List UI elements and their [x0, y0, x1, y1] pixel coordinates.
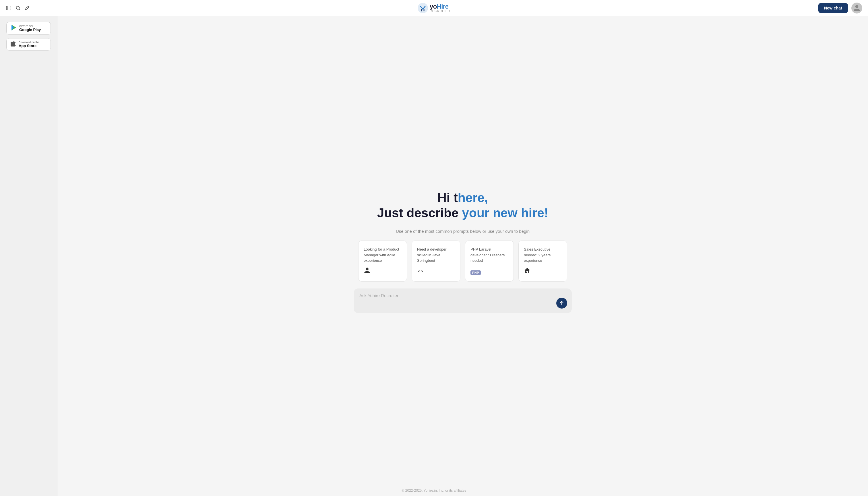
svg-point-2 [16, 6, 19, 9]
chat-input-area [354, 289, 572, 313]
subtitle: Use one of the most common prompts below… [396, 229, 530, 234]
sidebar: GET IT ON Google Play Download on the Ap… [0, 16, 58, 496]
content-wrap: GET IT ON Google Play Download on the Ap… [0, 16, 868, 496]
main-inner: Hi there, Just describe your new hire! U… [354, 190, 572, 313]
svg-rect-12 [528, 271, 528, 272]
topnav-left [6, 5, 63, 11]
prompt-cards: Looking for a Product Manager with Agile… [354, 241, 572, 282]
logo-name: yoHire [430, 3, 450, 10]
svg-line-3 [19, 9, 20, 10]
topnav-right: New chat [818, 3, 862, 14]
svg-rect-11 [526, 271, 527, 272]
compose-icon[interactable] [25, 5, 30, 11]
prompt-card-1[interactable]: Looking for a Product Manager with Agile… [358, 241, 407, 282]
prompt-card-3[interactable]: PHP Laravel developer : Freshers needed … [465, 241, 514, 282]
headline: Hi there, Just describe your new hire! [377, 190, 548, 221]
send-button[interactable] [556, 298, 567, 309]
prompt-card-1-text: Looking for a Product Manager with Agile… [364, 247, 402, 264]
prompt-card-3-text: PHP Laravel developer : Freshers needed [470, 247, 508, 264]
prompt-card-2-text: Need a developer skilled in Java Springb… [417, 247, 455, 264]
logo: yoHire RECRUITER [418, 3, 450, 13]
code-icon [417, 267, 455, 276]
svg-rect-0 [6, 6, 11, 10]
footer: © 2022-2025, Yohire.in, Inc. or its affi… [0, 485, 868, 496]
main-area: Hi there, Just describe your new hire! U… [58, 16, 868, 496]
php-icon: PHP [470, 268, 508, 276]
app-store-badge[interactable]: Download on the App Store [6, 38, 51, 50]
headline-line2: Just describe your new hire! [377, 205, 548, 221]
person-icon [364, 267, 402, 276]
sidebar-toggle-icon[interactable] [6, 5, 12, 11]
search-icon[interactable] [16, 5, 21, 11]
logo-text: yoHire RECRUITER [430, 3, 450, 13]
svg-point-6 [418, 3, 428, 13]
prompt-card-2[interactable]: Need a developer skilled in Java Springb… [412, 241, 461, 282]
google-play-badge[interactable]: GET IT ON Google Play [6, 22, 51, 35]
prompt-card-4-text: Sales Executive needed: 2 years experien… [524, 247, 562, 264]
new-chat-button[interactable]: New chat [818, 3, 848, 13]
logo-recruiter: RECRUITER [430, 10, 450, 13]
chat-input[interactable] [359, 293, 556, 307]
prompt-card-4[interactable]: Sales Executive needed: 2 years experien… [518, 241, 567, 282]
google-play-text: GET IT ON Google Play [19, 25, 41, 32]
apple-icon [11, 41, 16, 48]
google-play-icon [11, 25, 17, 32]
footer-text: © 2022-2025, Yohire.in, Inc. or its affi… [402, 489, 466, 493]
sales-icon [524, 267, 562, 276]
topnav: yoHire RECRUITER New chat [0, 0, 868, 16]
avatar[interactable] [851, 3, 862, 14]
headline-line1: Hi there, [377, 190, 548, 205]
app-store-text: Download on the App Store [19, 41, 39, 48]
